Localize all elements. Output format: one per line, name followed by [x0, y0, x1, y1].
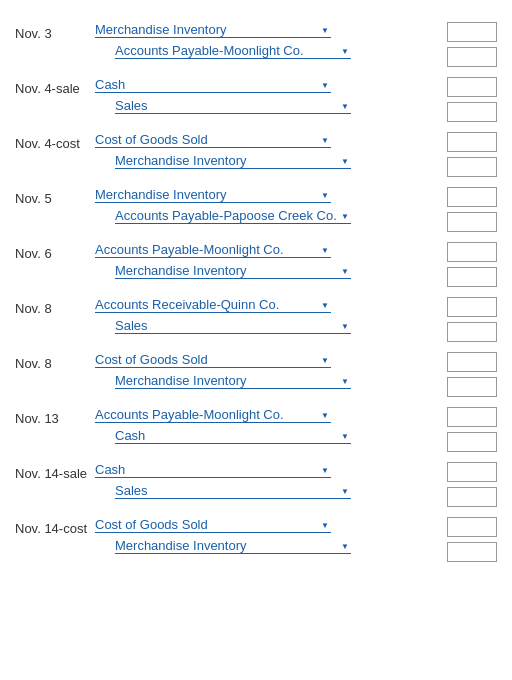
account-select-nov5-line1[interactable]: CashSalesMerchandise InventoryCost of Go…	[95, 187, 331, 203]
date-label-nov5: Nov. 5	[15, 187, 95, 206]
select-wrapper-nov8s-line1: CashSalesMerchandise InventoryCost of Go…	[95, 297, 331, 313]
entry-line-nov13-line1: CashSalesMerchandise InventoryCost of Go…	[95, 407, 439, 423]
date-label-nov3: Nov. 3	[15, 22, 95, 41]
select-wrapper-nov6-line2: CashSalesMerchandise InventoryCost of Go…	[115, 263, 351, 279]
entry-line-nov8s-line1: CashSalesMerchandise InventoryCost of Go…	[95, 297, 439, 313]
account-select-nov14s-line1[interactable]: CashSalesMerchandise InventoryCost of Go…	[95, 462, 331, 478]
select-wrapper-nov3-line2: CashSalesMerchandise InventoryCost of Go…	[115, 43, 351, 59]
entry-line-nov4c-line2: CashSalesMerchandise InventoryCost of Go…	[95, 153, 439, 169]
entry-line-nov14c-line1: CashSalesMerchandise InventoryCost of Go…	[95, 517, 439, 533]
date-label-nov4cost: Nov. 4-cost	[15, 132, 95, 151]
entry-line-nov4s-line1: CashSalesMerchandise InventoryCost of Go…	[95, 77, 439, 93]
account-select-nov6-line1[interactable]: CashSalesMerchandise InventoryCost of Go…	[95, 242, 331, 258]
select-wrapper-nov13-line2: CashSalesMerchandise InventoryCost of Go…	[115, 428, 351, 444]
select-wrapper-nov6-line1: CashSalesMerchandise InventoryCost of Go…	[95, 242, 331, 258]
account-select-nov5-line2[interactable]: CashSalesMerchandise InventoryCost of Go…	[115, 208, 351, 224]
account-select-nov4s-line1[interactable]: CashSalesMerchandise InventoryCost of Go…	[95, 77, 331, 93]
account-select-nov14c-line1[interactable]: CashSalesMerchandise InventoryCost of Go…	[95, 517, 331, 533]
date-label-nov4sale: Nov. 4-sale	[15, 77, 95, 96]
amount-input-nov8s-line2[interactable]	[447, 322, 497, 342]
select-wrapper-nov8c-line1: CashSalesMerchandise InventoryCost of Go…	[95, 352, 331, 368]
amount-input-nov4c-line1[interactable]	[447, 132, 497, 152]
date-label-nov8cost: Nov. 8	[15, 352, 95, 371]
journal-group-nov3: Nov. 3CashSalesMerchandise InventoryCost…	[15, 22, 497, 67]
journal-group-nov5: Nov. 5CashSalesMerchandise InventoryCost…	[15, 187, 497, 232]
journal-group-nov6: Nov. 6CashSalesMerchandise InventoryCost…	[15, 242, 497, 287]
amount-input-nov3-line1[interactable]	[447, 22, 497, 42]
account-select-nov14s-line2[interactable]: CashSalesMerchandise InventoryCost of Go…	[115, 483, 351, 499]
date-label-nov13: Nov. 13	[15, 407, 95, 426]
entry-line-nov5-line2: CashSalesMerchandise InventoryCost of Go…	[95, 208, 439, 224]
date-label-nov14sale: Nov. 14-sale	[15, 462, 95, 481]
date-label-nov8sale: Nov. 8	[15, 297, 95, 316]
amount-input-nov13-line1[interactable]	[447, 407, 497, 427]
select-wrapper-nov14c-line1: CashSalesMerchandise InventoryCost of Go…	[95, 517, 331, 533]
select-wrapper-nov14s-line2: CashSalesMerchandise InventoryCost of Go…	[115, 483, 351, 499]
amount-input-nov8s-line1[interactable]	[447, 297, 497, 317]
account-select-nov13-line1[interactable]: CashSalesMerchandise InventoryCost of Go…	[95, 407, 331, 423]
account-select-nov8c-line1[interactable]: CashSalesMerchandise InventoryCost of Go…	[95, 352, 331, 368]
amount-input-nov14c-line1[interactable]	[447, 517, 497, 537]
account-select-nov3-line2[interactable]: CashSalesMerchandise InventoryCost of Go…	[115, 43, 351, 59]
amount-input-nov4s-line2[interactable]	[447, 102, 497, 122]
journal-group-nov8sale: Nov. 8CashSalesMerchandise InventoryCost…	[15, 297, 497, 342]
entry-line-nov5-line1: CashSalesMerchandise InventoryCost of Go…	[95, 187, 439, 203]
select-wrapper-nov4c-line1: CashSalesMerchandise InventoryCost of Go…	[95, 132, 331, 148]
entry-line-nov3-line2: CashSalesMerchandise InventoryCost of Go…	[95, 43, 439, 59]
entry-line-nov14c-line2: CashSalesMerchandise InventoryCost of Go…	[95, 538, 439, 554]
account-select-nov8s-line1[interactable]: CashSalesMerchandise InventoryCost of Go…	[95, 297, 331, 313]
amount-input-nov3-line2[interactable]	[447, 47, 497, 67]
date-label-nov14cost: Nov. 14-cost	[15, 517, 95, 536]
amount-input-nov8c-line1[interactable]	[447, 352, 497, 372]
account-select-nov4s-line2[interactable]: CashSalesMerchandise InventoryCost of Go…	[115, 98, 351, 114]
amount-input-nov14s-line2[interactable]	[447, 487, 497, 507]
select-wrapper-nov4s-line1: CashSalesMerchandise InventoryCost of Go…	[95, 77, 331, 93]
select-wrapper-nov8s-line2: CashSalesMerchandise InventoryCost of Go…	[115, 318, 351, 334]
select-wrapper-nov4c-line2: CashSalesMerchandise InventoryCost of Go…	[115, 153, 351, 169]
amount-input-nov5-line2[interactable]	[447, 212, 497, 232]
amount-input-nov14c-line2[interactable]	[447, 542, 497, 562]
entry-line-nov8s-line2: CashSalesMerchandise InventoryCost of Go…	[95, 318, 439, 334]
entry-line-nov8c-line1: CashSalesMerchandise InventoryCost of Go…	[95, 352, 439, 368]
entry-line-nov3-line1: CashSalesMerchandise InventoryCost of Go…	[95, 22, 439, 38]
account-select-nov6-line2[interactable]: CashSalesMerchandise InventoryCost of Go…	[115, 263, 351, 279]
entry-line-nov14s-line1: CashSalesMerchandise InventoryCost of Go…	[95, 462, 439, 478]
account-select-nov13-line2[interactable]: CashSalesMerchandise InventoryCost of Go…	[115, 428, 351, 444]
amount-input-nov13-line2[interactable]	[447, 432, 497, 452]
journal-container: Nov. 3CashSalesMerchandise InventoryCost…	[15, 22, 497, 562]
date-label-nov6: Nov. 6	[15, 242, 95, 261]
account-select-nov4c-line1[interactable]: CashSalesMerchandise InventoryCost of Go…	[95, 132, 331, 148]
amount-input-nov4s-line1[interactable]	[447, 77, 497, 97]
entry-line-nov6-line1: CashSalesMerchandise InventoryCost of Go…	[95, 242, 439, 258]
entry-line-nov4c-line1: CashSalesMerchandise InventoryCost of Go…	[95, 132, 439, 148]
journal-group-nov13: Nov. 13CashSalesMerchandise InventoryCos…	[15, 407, 497, 452]
amount-input-nov4c-line2[interactable]	[447, 157, 497, 177]
select-wrapper-nov8c-line2: CashSalesMerchandise InventoryCost of Go…	[115, 373, 351, 389]
select-wrapper-nov14s-line1: CashSalesMerchandise InventoryCost of Go…	[95, 462, 331, 478]
account-select-nov4c-line2[interactable]: CashSalesMerchandise InventoryCost of Go…	[115, 153, 351, 169]
entry-line-nov8c-line2: CashSalesMerchandise InventoryCost of Go…	[95, 373, 439, 389]
amount-input-nov6-line1[interactable]	[447, 242, 497, 262]
journal-group-nov8cost: Nov. 8CashSalesMerchandise InventoryCost…	[15, 352, 497, 397]
entry-line-nov6-line2: CashSalesMerchandise InventoryCost of Go…	[95, 263, 439, 279]
select-wrapper-nov4s-line2: CashSalesMerchandise InventoryCost of Go…	[115, 98, 351, 114]
amount-input-nov6-line2[interactable]	[447, 267, 497, 287]
entry-line-nov4s-line2: CashSalesMerchandise InventoryCost of Go…	[95, 98, 439, 114]
journal-group-nov4sale: Nov. 4-saleCashSalesMerchandise Inventor…	[15, 77, 497, 122]
entry-line-nov13-line2: CashSalesMerchandise InventoryCost of Go…	[95, 428, 439, 444]
select-wrapper-nov5-line1: CashSalesMerchandise InventoryCost of Go…	[95, 187, 331, 203]
account-select-nov8s-line2[interactable]: CashSalesMerchandise InventoryCost of Go…	[115, 318, 351, 334]
select-wrapper-nov13-line1: CashSalesMerchandise InventoryCost of Go…	[95, 407, 331, 423]
amount-input-nov5-line1[interactable]	[447, 187, 497, 207]
journal-group-nov14cost: Nov. 14-costCashSalesMerchandise Invento…	[15, 517, 497, 562]
amount-input-nov8c-line2[interactable]	[447, 377, 497, 397]
account-select-nov14c-line2[interactable]: CashSalesMerchandise InventoryCost of Go…	[115, 538, 351, 554]
account-select-nov8c-line2[interactable]: CashSalesMerchandise InventoryCost of Go…	[115, 373, 351, 389]
amount-input-nov14s-line1[interactable]	[447, 462, 497, 482]
journal-group-nov4cost: Nov. 4-costCashSalesMerchandise Inventor…	[15, 132, 497, 177]
journal-group-nov14sale: Nov. 14-saleCashSalesMerchandise Invento…	[15, 462, 497, 507]
select-wrapper-nov3-line1: CashSalesMerchandise InventoryCost of Go…	[95, 22, 331, 38]
entry-line-nov14s-line2: CashSalesMerchandise InventoryCost of Go…	[95, 483, 439, 499]
account-select-nov3-line1[interactable]: CashSalesMerchandise InventoryCost of Go…	[95, 22, 331, 38]
select-wrapper-nov5-line2: CashSalesMerchandise InventoryCost of Go…	[115, 208, 351, 224]
